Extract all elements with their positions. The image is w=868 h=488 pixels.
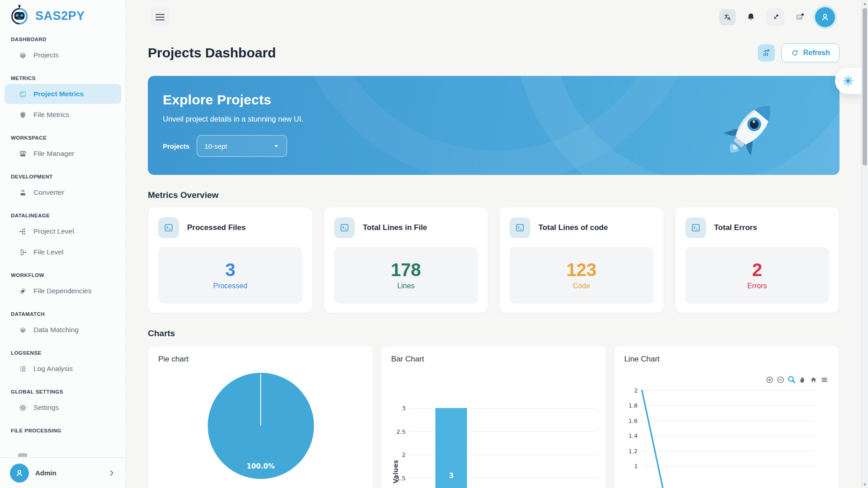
main-content: Projects Dashboard Refresh Explore Proje… xyxy=(126,0,861,488)
notifications-bell-icon[interactable] xyxy=(743,9,759,25)
sidebar-item-file-dependencies[interactable]: File Dependencies xyxy=(5,281,121,301)
rocket-illustration xyxy=(714,93,786,167)
metrics-chart-icon xyxy=(18,89,27,99)
sidebar-item-label: Project Metrics xyxy=(33,90,84,98)
sidebar-item-label: File Manager xyxy=(33,150,74,158)
modebar-menu-icon[interactable] xyxy=(821,376,828,384)
nav-section-development: DEVELOPMENT xyxy=(11,174,115,180)
chevron-down-icon xyxy=(273,143,279,149)
modebar-home-icon[interactable] xyxy=(810,376,817,384)
metric-title: Total Lines in File xyxy=(363,223,427,232)
app-logo[interactable]: SAS2PY xyxy=(0,0,126,26)
gridline: 1.6 xyxy=(642,421,815,421)
theme-settings-floating-button[interactable] xyxy=(835,68,861,94)
sidebar-item-label: Log Analysis xyxy=(33,365,73,373)
translate-icon[interactable] xyxy=(719,9,736,25)
sidebar-item-project-metrics[interactable]: Project Metrics xyxy=(5,84,121,104)
metric-value: 3 xyxy=(225,261,235,279)
y-tick-label: 2 xyxy=(402,451,406,458)
clipped-nav-icon xyxy=(18,453,27,457)
metric-value-panel: 178 Lines xyxy=(334,247,478,304)
user-avatar xyxy=(10,464,29,483)
nav-section-file-processing: FILE PROCESSING xyxy=(11,427,115,434)
terminal-icon xyxy=(334,217,355,238)
terminal-icon xyxy=(685,217,706,238)
pie-chart-title: Pie chart xyxy=(158,355,363,364)
gridline: 2 xyxy=(642,390,815,391)
line-chart-card: Line Chart 21.81.61.41.21 xyxy=(614,345,840,488)
modebar-zoom-out-icon[interactable] xyxy=(777,376,784,384)
list-icon xyxy=(18,364,27,373)
metric-value-panel: 3 Processed xyxy=(158,247,302,304)
sidebar-item-projects[interactable]: Projects xyxy=(5,45,121,65)
sidebar-footer[interactable]: Admin xyxy=(0,457,126,488)
sidebar-item-label: Project Level xyxy=(33,227,74,235)
gridline: 1.2 xyxy=(642,451,815,451)
metric-title: Processed Files xyxy=(187,223,245,232)
sidebar-item-label: File Dependencies xyxy=(33,287,91,295)
modebar-zoom-in-icon[interactable] xyxy=(766,376,774,384)
sidebar-item-project-level[interactable]: Project Level xyxy=(5,221,121,241)
sidebar-item-file-metrics[interactable]: File Metrics xyxy=(5,105,121,125)
metric-value: 2 xyxy=(752,261,762,279)
metric-unit: Code xyxy=(573,282,590,290)
sidebar-item-label: Projects xyxy=(33,51,59,59)
metric-value-panel: 123 Code xyxy=(509,247,654,304)
converter-icon xyxy=(18,188,27,197)
metric-card-total-lines-of-code: Total Lines of code 123 Code xyxy=(499,207,664,313)
bar-chart-title: Bar Chart xyxy=(391,355,596,364)
refresh-button[interactable]: Refresh xyxy=(781,43,840,62)
sidebar-item-data-matching[interactable]: Data Matching xyxy=(5,320,121,340)
profile-avatar[interactable] xyxy=(815,7,835,27)
gear-icon xyxy=(18,403,27,412)
page-title: Projects Dashboard xyxy=(148,45,276,61)
refresh-label: Refresh xyxy=(803,49,830,57)
chart-cards-row: Pie chart 100.0% Bar Chart Values 32.521… xyxy=(148,345,840,488)
explore-projects-banner: Explore Projects Unveil project details … xyxy=(148,76,840,175)
scrollbar-down-arrow[interactable]: ▼ xyxy=(862,481,868,488)
metric-unit: Processed xyxy=(213,282,247,290)
modebar-box-zoom-icon[interactable] xyxy=(788,375,796,384)
sidebar-item-label: Data Matching xyxy=(33,326,79,334)
metric-value: 123 xyxy=(566,261,597,279)
collapse-arrow-icon[interactable] xyxy=(766,8,784,26)
nav-section-dashboard: DASHBOARD xyxy=(11,36,115,42)
metrics-overview-heading: Metrics Overview xyxy=(148,190,840,200)
sidebar-item-label: Settings xyxy=(33,404,59,412)
chevron-right-icon[interactable] xyxy=(108,469,116,477)
scrollbar-up-arrow[interactable]: ▲ xyxy=(862,0,868,7)
bar[interactable]: 3 xyxy=(435,408,467,488)
sidebar: SAS2PY DASHBOARD Projects METRICS Projec… xyxy=(0,0,126,488)
drive-icon xyxy=(18,149,27,158)
sidebar-item-file-level[interactable]: File Level xyxy=(5,242,121,262)
line-plot: 21.81.61.41.21 xyxy=(642,390,815,488)
sidebar-item-label: Converter xyxy=(33,188,64,197)
page-scrollbar[interactable]: ▲ ▼ xyxy=(861,0,868,488)
bar-value-label: 3 xyxy=(449,472,453,480)
sidebar-item-file-manager[interactable]: File Manager xyxy=(5,144,121,164)
metric-unit: Lines xyxy=(397,282,415,290)
app-logo-text: SAS2PY xyxy=(35,9,85,23)
scrollbar-thumb[interactable] xyxy=(863,8,867,165)
sidebar-item-label: File Metrics xyxy=(33,111,69,119)
nav-section-metrics: METRICS xyxy=(11,75,115,81)
metric-unit: Errors xyxy=(747,282,767,290)
branch-right-icon xyxy=(18,227,27,236)
bar-chart-card: Bar Chart Values 32.521.53 xyxy=(381,345,606,488)
y-tick-label: 1.5 xyxy=(396,474,406,481)
topbar xyxy=(148,7,840,27)
username: Admin xyxy=(35,469,57,477)
y-tick-label: 1.6 xyxy=(628,417,638,424)
nav-section-datalineage: DATALINEAGE xyxy=(11,212,115,219)
chart-shortcut-button[interactable] xyxy=(758,44,775,61)
projects-select[interactable]: 10-sept xyxy=(197,135,287,157)
messages-icon[interactable] xyxy=(792,9,808,25)
hamburger-menu-button[interactable] xyxy=(150,7,170,27)
y-tick-label: 1.4 xyxy=(628,432,638,439)
sidebar-item-log-analysis[interactable]: Log Analysis xyxy=(5,359,121,379)
sidebar-item-converter[interactable]: Converter xyxy=(5,183,121,202)
sidebar-item-settings[interactable]: Settings xyxy=(5,398,121,418)
gridline: 1.4 xyxy=(642,436,815,436)
modebar-pan-icon[interactable] xyxy=(799,376,807,384)
metric-card-processed-files: Processed Files 3 Processed xyxy=(148,207,313,313)
